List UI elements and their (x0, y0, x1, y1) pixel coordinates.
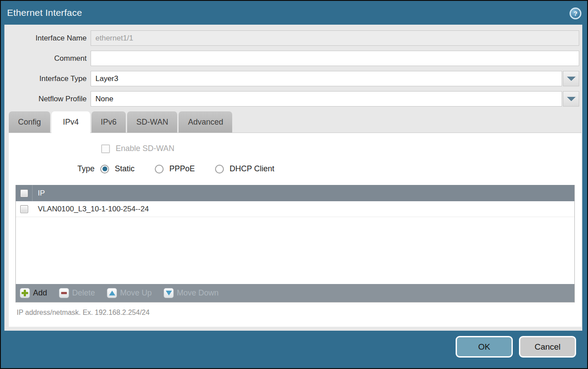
delete-button[interactable]: Delete (59, 288, 95, 298)
interface-type-label: Interface Type (4, 74, 91, 83)
move-up-button-label: Move Up (120, 288, 152, 298)
move-up-button[interactable]: Move Up (107, 288, 152, 298)
tab-config[interactable]: Config (9, 111, 50, 133)
row-checkbox[interactable] (20, 205, 28, 213)
dialog-title: Ethernet Interface (7, 7, 82, 18)
arrow-down-glyph (166, 291, 172, 295)
type-label: Type (77, 164, 95, 173)
table-header-row: IP (16, 185, 574, 201)
minus-glyph (61, 292, 67, 294)
interface-type-field-wrap (91, 71, 579, 86)
ip-format-hint: IP address/netmask. Ex. 192.168.2.254/24 (17, 309, 581, 317)
radio-pppoe-label: PPPoE (169, 164, 195, 173)
radio-static[interactable]: Static (100, 164, 135, 173)
arrow-down-icon (164, 288, 174, 298)
chevron-down-icon (567, 77, 576, 81)
interface-name-field-wrap (91, 30, 579, 46)
select-all-checkbox[interactable] (20, 189, 28, 197)
chevron-down-icon (567, 97, 576, 101)
plus-icon (20, 288, 30, 298)
radio-static-label: Static (115, 164, 135, 173)
netflow-profile-field-wrap (91, 91, 579, 107)
comment-input[interactable] (91, 51, 579, 66)
radio-dhcp-client[interactable]: DHCP Client (215, 164, 274, 173)
arrow-up-glyph (109, 291, 115, 295)
form-row-netflow-profile: Netflow Profile (4, 91, 582, 107)
form-row-interface-type: Interface Type (4, 71, 582, 86)
radio-dhcp-client-circle[interactable] (215, 165, 224, 173)
delete-button-label: Delete (72, 288, 95, 298)
tab-ipv4[interactable]: IPv4 (51, 111, 90, 133)
table-empty-area (16, 217, 574, 284)
form-row-interface-name: Interface Name (4, 30, 582, 46)
interface-name-label: Interface Name (4, 34, 91, 43)
enable-sdwan-label: Enable SD-WAN (116, 144, 174, 153)
ok-button[interactable]: OK (456, 336, 513, 358)
arrow-up-icon (107, 288, 117, 298)
add-button[interactable]: Add (20, 288, 47, 298)
tab-advanced[interactable]: Advanced (179, 111, 232, 133)
minus-icon (59, 288, 69, 298)
radio-pppoe[interactable]: PPPoE (155, 164, 195, 173)
dialog-body: Interface Name Comment Interface Type Ne… (4, 25, 582, 331)
add-button-label: Add (33, 288, 47, 298)
table-row[interactable]: VLAN0100_L3_10-1-100-254--24 (16, 201, 574, 217)
comment-label: Comment (4, 54, 91, 63)
enable-sdwan-checkbox[interactable] (101, 144, 110, 153)
question-mark-glyph: ? (573, 11, 577, 17)
header-checkbox-cell (16, 185, 33, 201)
comment-field-wrap (91, 51, 579, 66)
netflow-profile-input[interactable] (91, 91, 562, 107)
dialog-titlebar: Ethernet Interface ? (1, 1, 587, 25)
help-icon[interactable]: ? (570, 7, 581, 19)
tab-bar: Config IPv4 IPv6 SD-WAN Advanced (4, 111, 582, 133)
type-radio-row: Type Static PPPoE DHCP Client (77, 164, 581, 173)
tab-sdwan[interactable]: SD-WAN (127, 111, 177, 133)
move-down-button-label: Move Down (177, 288, 219, 298)
interface-type-dropdown-button[interactable] (563, 71, 579, 86)
form-row-comment: Comment (4, 51, 582, 66)
enable-sdwan-row: Enable SD-WAN (101, 133, 581, 153)
radio-static-circle[interactable] (100, 165, 109, 173)
radio-dhcp-client-label: DHCP Client (230, 164, 274, 173)
interface-name-input (91, 30, 579, 46)
ethernet-interface-dialog: Ethernet Interface ? Interface Name Comm… (0, 0, 588, 369)
interface-type-input[interactable] (91, 71, 562, 86)
netflow-profile-label: Netflow Profile (4, 95, 91, 103)
ipv4-tab-panel: Enable SD-WAN Type Static PPPoE DHCP Cli… (9, 133, 581, 327)
table-toolbar: Add Delete Move Up Move Down (16, 284, 574, 302)
plus-glyph (22, 290, 28, 296)
dialog-footer: OK Cancel (1, 331, 587, 368)
ip-cell-value: VLAN0100_L3_10-1-100-254--24 (38, 205, 149, 214)
column-header-ip: IP (38, 189, 45, 198)
cancel-button[interactable]: Cancel (519, 336, 576, 358)
ip-address-table: IP VLAN0100_L3_10-1-100-254--24 Add (15, 185, 575, 303)
row-checkbox-cell (16, 201, 33, 217)
netflow-profile-dropdown-button[interactable] (563, 91, 579, 107)
tab-ipv6[interactable]: IPv6 (91, 111, 126, 133)
radio-pppoe-circle[interactable] (155, 165, 164, 173)
move-down-button[interactable]: Move Down (164, 288, 219, 298)
